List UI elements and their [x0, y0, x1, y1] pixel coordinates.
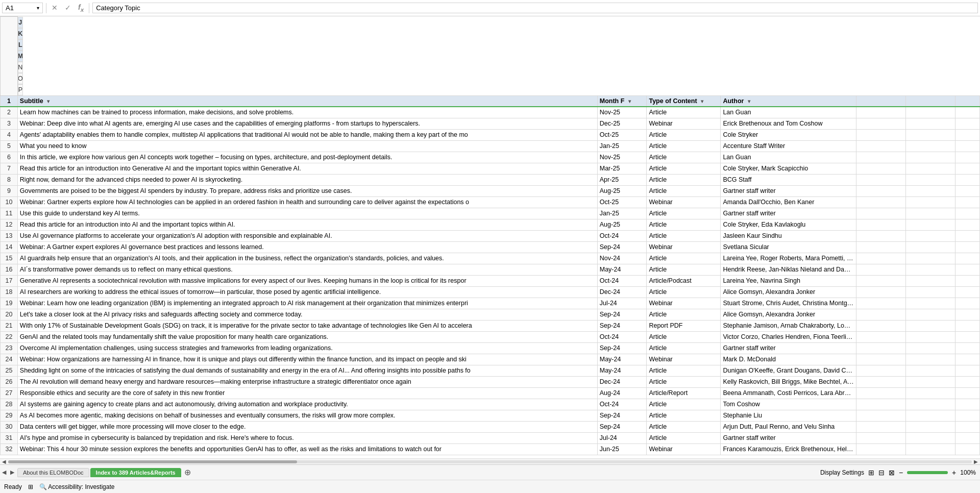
cell-month[interactable]: Aug-25 [597, 219, 647, 230]
cell-type[interactable]: Article [647, 365, 721, 376]
cell-type[interactable]: Article [647, 174, 721, 185]
cell-type[interactable]: Article [647, 399, 721, 410]
cell-month[interactable]: Aug-24 [597, 387, 647, 399]
cell-subtitle[interactable]: What you need to know [17, 140, 597, 152]
cell-type[interactable]: Article [647, 129, 721, 140]
cell-author[interactable]: Lareina Yee, Roger Roberts, Mara Pometti… [721, 253, 856, 264]
cell-author[interactable]: Amanda Dall'Occhio, Ben Kaner [721, 196, 856, 208]
type-filter-icon[interactable]: ▾ [701, 98, 703, 104]
cell-subtitle[interactable]: Webinar: This 4 hour 30 minute session e… [17, 443, 597, 455]
cell-subtitle[interactable]: Webinar: A Gartner expert explores AI go… [17, 241, 597, 253]
cell-subtitle[interactable]: Overcome AI implementation challenges, u… [17, 342, 597, 354]
tab-scroll-left[interactable]: ◀ [0, 469, 8, 476]
cell-subtitle[interactable]: Use AI governance platforms to accelerat… [17, 230, 597, 241]
cell-subtitle[interactable]: The AI revolution will demand heavy ener… [17, 376, 597, 387]
cell-type[interactable]: Article [647, 432, 721, 443]
view-page-icon[interactable]: ⊟ [878, 469, 885, 477]
col-header-l[interactable]: L [18, 39, 23, 51]
cell-author[interactable]: Frances Karamouzis, Erick Brethenoux, He… [721, 443, 856, 455]
cell-author[interactable]: Dunigan O'Keeffe, Grant Dougans, David C… [721, 365, 856, 376]
insert-function-icon[interactable]: fx [76, 2, 86, 14]
formula-input[interactable] [92, 3, 978, 13]
cell-subtitle[interactable]: Webinar: Gartner experts explore how AI … [17, 196, 597, 208]
cell-subtitle[interactable]: Learn how machines can be trained to pro… [17, 107, 597, 118]
cell-subtitle[interactable]: AI´s transformative power demands us to … [17, 264, 597, 275]
cancel-formula-icon[interactable]: ✕ [50, 3, 60, 13]
cell-subtitle[interactable]: With only 17% of Sustainable Development… [17, 320, 597, 331]
cell-month[interactable]: Nov-24 [597, 253, 647, 264]
cell-type[interactable]: Webinar [647, 354, 721, 365]
cell-subtitle[interactable]: AI guardrails help ensure that an organi… [17, 253, 597, 264]
cell-author[interactable]: Kelly Raskovich, Bill Briggs, Mike Becht… [721, 376, 856, 387]
cell-type[interactable]: Webinar [647, 298, 721, 309]
tab-add-icon[interactable]: ⊕ [181, 467, 194, 477]
cell-author[interactable]: Stephanie Liu [721, 410, 856, 421]
cell-author[interactable]: BCG Staff [721, 174, 856, 185]
view-normal-icon[interactable]: ⊞ [868, 469, 874, 477]
cell-author[interactable]: Tom Coshow [721, 399, 856, 410]
cell-month[interactable]: Sep-24 [597, 342, 647, 354]
cell-type[interactable]: Article/Report [647, 387, 721, 399]
scroll-left-icon[interactable]: ◀ [2, 459, 6, 464]
cell-month[interactable]: May-24 [597, 365, 647, 376]
cell-subtitle[interactable]: Governments are poised to be the biggest… [17, 185, 597, 196]
cell-author[interactable]: Hendrik Reese, Jan-Niklas Nieland and Da… [721, 264, 856, 275]
cell-type[interactable]: Article [647, 309, 721, 320]
header-month[interactable]: Month F ▾ [597, 95, 647, 107]
cell-author[interactable]: Stuart Strome, Chris Audet, Christina Mo… [721, 298, 856, 309]
cell-subtitle[interactable]: Agents' adaptability enables them to han… [17, 129, 597, 140]
cell-type[interactable]: Article [647, 421, 721, 432]
cell-subtitle[interactable]: Use this guide to understand key AI term… [17, 208, 597, 219]
cell-month[interactable]: May-24 [597, 264, 647, 275]
cell-type[interactable]: Article [647, 185, 721, 196]
cell-subtitle[interactable]: Responsible ethics and security are the … [17, 387, 597, 399]
cell-type[interactable]: Article [647, 163, 721, 174]
cell-author[interactable]: Stephanie Jamison, Arnab Chakraborty, Lo… [721, 320, 856, 331]
scroll-right-icon[interactable]: ▶ [974, 459, 978, 464]
cell-type[interactable]: Article [647, 140, 721, 152]
cell-type[interactable]: Webinar [647, 118, 721, 129]
cell-month[interactable]: Mar-25 [597, 163, 647, 174]
cell-subtitle[interactable]: Webinar: Learn how one leading organizat… [17, 298, 597, 309]
cell-subtitle[interactable]: Let's take a closer look at the AI priva… [17, 309, 597, 320]
cell-author[interactable]: Gartner staff writer [721, 185, 856, 196]
cell-month[interactable]: Apr-25 [597, 174, 647, 185]
cell-author[interactable]: Erick Brethenoux and Tom Coshow [721, 118, 856, 129]
cell-author[interactable]: Gartner staff writer [721, 432, 856, 443]
cell-month[interactable]: Nov-25 [597, 107, 647, 118]
cell-subtitle[interactable]: Shedding light on some of the intricacie… [17, 365, 597, 376]
cell-month[interactable]: Oct-24 [597, 331, 647, 342]
cell-type[interactable]: Article [647, 208, 721, 219]
cell-subtitle[interactable]: Generative AI represents a sociotechnica… [17, 275, 597, 286]
header-subtitle[interactable]: Subtitle ▾ [17, 95, 597, 107]
cell-author[interactable]: Lan Guan [721, 107, 856, 118]
cell-subtitle[interactable]: Webinar: How organizations are harnessin… [17, 354, 597, 365]
cell-author[interactable]: Lareina Yee, Navrina Singh [721, 275, 856, 286]
cell-subtitle[interactable]: AI's hype and promise in cybersecurity i… [17, 432, 597, 443]
cell-type[interactable]: Article [647, 264, 721, 275]
cell-author[interactable]: Cole Stryker, Mark Scapicchio [721, 163, 856, 174]
cell-month[interactable]: Oct-24 [597, 275, 647, 286]
cell-author[interactable]: Alice Gomsyn, Alexandra Jonker [721, 286, 856, 298]
col-header-n[interactable]: N [18, 62, 23, 73]
cell-author[interactable]: Cole Stryker, Eda Kavlakoglu [721, 219, 856, 230]
cell-type[interactable]: Article [647, 331, 721, 342]
cell-subtitle[interactable]: In this article, we explore how various … [17, 152, 597, 163]
cell-author[interactable]: Svetlana Sicular [721, 241, 856, 253]
cell-month[interactable]: Aug-25 [597, 185, 647, 196]
subtitle-filter-icon[interactable]: ▾ [47, 98, 50, 104]
rows-area[interactable]: J K L M N O P 1 Subtitle ▾ [0, 16, 980, 458]
horizontal-scrollbar[interactable]: ◀ ▶ [0, 458, 980, 464]
cell-month[interactable]: Oct-25 [597, 196, 647, 208]
cell-subtitle[interactable]: As AI becomes more agentic, making decis… [17, 410, 597, 421]
display-settings-label[interactable]: Display Settings [820, 469, 864, 476]
cell-type[interactable]: Article [647, 342, 721, 354]
cell-month[interactable]: Jul-24 [597, 432, 647, 443]
cell-type[interactable]: Webinar [647, 241, 721, 253]
cell-author[interactable]: Gartner staff writer [721, 208, 856, 219]
cell-ref-dropdown-icon[interactable]: ▾ [37, 5, 39, 11]
cell-type[interactable]: Article [647, 152, 721, 163]
cell-type[interactable]: Article/Podcast [647, 275, 721, 286]
cell-type[interactable]: Webinar [647, 196, 721, 208]
cell-reference-box[interactable]: A1 ▾ [2, 3, 43, 13]
